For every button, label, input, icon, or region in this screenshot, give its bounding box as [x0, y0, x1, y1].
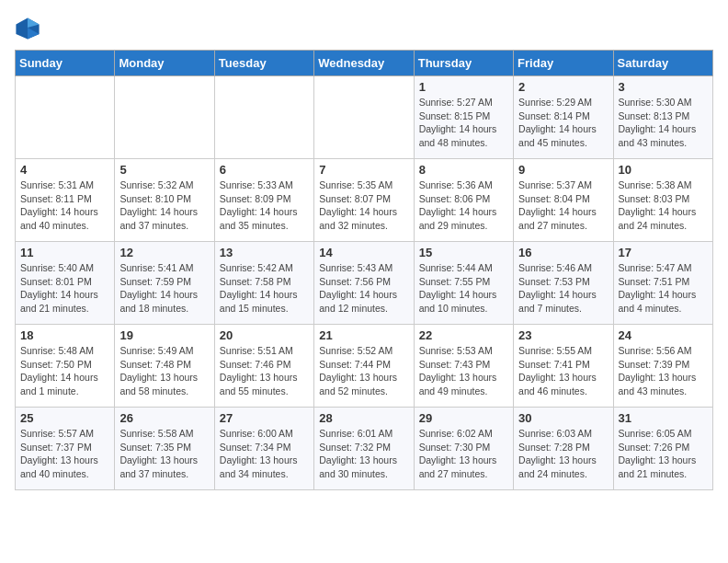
calendar-cell: 2Sunrise: 5:29 AM Sunset: 8:14 PM Daylig… [514, 76, 613, 159]
day-header-tuesday: Tuesday [214, 51, 313, 76]
day-number: 4 [20, 163, 109, 177]
day-number: 10 [619, 163, 708, 177]
calendar-cell [115, 76, 214, 159]
day-info: Sunrise: 5:32 AM Sunset: 8:10 PM Dayligh… [119, 178, 209, 233]
day-number: 26 [119, 411, 209, 425]
calendar-cell [16, 76, 115, 159]
day-number: 20 [220, 328, 309, 342]
day-info: Sunrise: 6:00 AM Sunset: 7:34 PM Dayligh… [220, 427, 309, 481]
day-number: 9 [518, 163, 608, 177]
day-info: Sunrise: 6:03 AM Sunset: 7:28 PM Dayligh… [518, 427, 608, 481]
day-number: 8 [419, 163, 508, 177]
day-header-saturday: Saturday [613, 51, 712, 76]
calendar-cell: 23Sunrise: 5:55 AM Sunset: 7:41 PM Dayli… [514, 325, 613, 408]
day-info: Sunrise: 5:53 AM Sunset: 7:43 PM Dayligh… [419, 344, 508, 398]
day-number: 24 [619, 328, 708, 342]
calendar-cell: 1Sunrise: 5:27 AM Sunset: 8:15 PM Daylig… [414, 76, 513, 159]
day-number: 1 [419, 80, 508, 94]
calendar-cell: 6Sunrise: 5:33 AM Sunset: 8:09 PM Daylig… [214, 159, 313, 242]
day-info: Sunrise: 5:58 AM Sunset: 7:35 PM Dayligh… [119, 427, 209, 481]
calendar-cell: 17Sunrise: 5:47 AM Sunset: 7:51 PM Dayli… [613, 242, 712, 325]
day-info: Sunrise: 5:40 AM Sunset: 8:01 PM Dayligh… [20, 261, 109, 316]
day-number: 5 [119, 163, 209, 177]
day-info: Sunrise: 5:48 AM Sunset: 7:50 PM Dayligh… [20, 344, 109, 398]
day-number: 13 [220, 246, 309, 259]
day-number: 16 [518, 246, 608, 259]
logo-icon [15, 15, 40, 40]
day-header-monday: Monday [115, 51, 214, 76]
calendar-cell [214, 76, 313, 159]
day-info: Sunrise: 5:33 AM Sunset: 8:09 PM Dayligh… [220, 178, 309, 233]
calendar-cell: 22Sunrise: 5:53 AM Sunset: 7:43 PM Dayli… [414, 325, 513, 408]
calendar-cell: 19Sunrise: 5:49 AM Sunset: 7:48 PM Dayli… [115, 325, 214, 408]
calendar-cell: 9Sunrise: 5:37 AM Sunset: 8:04 PM Daylig… [514, 159, 613, 242]
day-number: 22 [419, 328, 508, 342]
page-header [15, 15, 713, 40]
day-number: 12 [119, 246, 209, 259]
day-info: Sunrise: 6:01 AM Sunset: 7:32 PM Dayligh… [319, 427, 408, 481]
day-info: Sunrise: 5:31 AM Sunset: 8:11 PM Dayligh… [20, 178, 109, 233]
calendar-cell: 28Sunrise: 6:01 AM Sunset: 7:32 PM Dayli… [314, 408, 414, 490]
day-info: Sunrise: 5:47 AM Sunset: 7:51 PM Dayligh… [619, 261, 708, 316]
day-number: 28 [319, 411, 408, 425]
day-info: Sunrise: 5:41 AM Sunset: 7:59 PM Dayligh… [119, 261, 209, 316]
calendar-cell: 24Sunrise: 5:56 AM Sunset: 7:39 PM Dayli… [613, 325, 712, 408]
calendar-cell: 30Sunrise: 6:03 AM Sunset: 7:28 PM Dayli… [514, 408, 613, 490]
calendar-cell: 29Sunrise: 6:02 AM Sunset: 7:30 PM Dayli… [414, 408, 513, 490]
calendar-cell: 13Sunrise: 5:42 AM Sunset: 7:58 PM Dayli… [214, 242, 313, 325]
day-info: Sunrise: 5:52 AM Sunset: 7:44 PM Dayligh… [319, 344, 408, 398]
day-info: Sunrise: 6:02 AM Sunset: 7:30 PM Dayligh… [419, 427, 508, 481]
day-number: 31 [619, 411, 708, 425]
day-header-friday: Friday [514, 51, 613, 76]
day-number: 15 [419, 246, 508, 259]
calendar-cell: 12Sunrise: 5:41 AM Sunset: 7:59 PM Dayli… [115, 242, 214, 325]
day-info: Sunrise: 5:37 AM Sunset: 8:04 PM Dayligh… [518, 178, 608, 233]
day-info: Sunrise: 5:38 AM Sunset: 8:03 PM Dayligh… [619, 178, 708, 233]
calendar-cell: 20Sunrise: 5:51 AM Sunset: 7:46 PM Dayli… [214, 325, 313, 408]
day-info: Sunrise: 5:44 AM Sunset: 7:55 PM Dayligh… [419, 261, 508, 316]
day-number: 23 [518, 328, 608, 342]
day-header-sunday: Sunday [16, 51, 115, 76]
day-info: Sunrise: 5:51 AM Sunset: 7:46 PM Dayligh… [220, 344, 309, 398]
calendar-cell: 10Sunrise: 5:38 AM Sunset: 8:03 PM Dayli… [613, 159, 712, 242]
day-number: 11 [20, 246, 109, 259]
day-number: 3 [619, 80, 708, 94]
day-number: 17 [619, 246, 708, 259]
day-info: Sunrise: 5:56 AM Sunset: 7:39 PM Dayligh… [619, 344, 708, 398]
day-info: Sunrise: 5:46 AM Sunset: 7:53 PM Dayligh… [518, 261, 608, 316]
day-info: Sunrise: 5:35 AM Sunset: 8:07 PM Dayligh… [319, 178, 408, 233]
calendar-cell: 3Sunrise: 5:30 AM Sunset: 8:13 PM Daylig… [613, 76, 712, 159]
day-number: 21 [319, 328, 408, 342]
calendar-cell: 11Sunrise: 5:40 AM Sunset: 8:01 PM Dayli… [16, 242, 115, 325]
calendar-cell: 16Sunrise: 5:46 AM Sunset: 7:53 PM Dayli… [514, 242, 613, 325]
calendar-cell: 25Sunrise: 5:57 AM Sunset: 7:37 PM Dayli… [16, 408, 115, 490]
calendar-cell: 27Sunrise: 6:00 AM Sunset: 7:34 PM Dayli… [214, 408, 313, 490]
calendar-cell: 18Sunrise: 5:48 AM Sunset: 7:50 PM Dayli… [16, 325, 115, 408]
day-number: 7 [319, 163, 408, 177]
logo [15, 15, 44, 40]
calendar-cell: 15Sunrise: 5:44 AM Sunset: 7:55 PM Dayli… [414, 242, 513, 325]
day-info: Sunrise: 5:57 AM Sunset: 7:37 PM Dayligh… [20, 427, 109, 481]
calendar-cell: 26Sunrise: 5:58 AM Sunset: 7:35 PM Dayli… [115, 408, 214, 490]
calendar-cell: 31Sunrise: 6:05 AM Sunset: 7:26 PM Dayli… [613, 408, 712, 490]
calendar-cell: 8Sunrise: 5:36 AM Sunset: 8:06 PM Daylig… [414, 159, 513, 242]
calendar-table: SundayMondayTuesdayWednesdayThursdayFrid… [15, 50, 713, 490]
calendar-cell: 4Sunrise: 5:31 AM Sunset: 8:11 PM Daylig… [16, 159, 115, 242]
day-number: 25 [20, 411, 109, 425]
calendar-cell: 21Sunrise: 5:52 AM Sunset: 7:44 PM Dayli… [314, 325, 414, 408]
day-info: Sunrise: 5:36 AM Sunset: 8:06 PM Dayligh… [419, 178, 508, 233]
day-header-wednesday: Wednesday [314, 51, 414, 76]
day-info: Sunrise: 5:27 AM Sunset: 8:15 PM Dayligh… [419, 96, 508, 150]
calendar-cell: 14Sunrise: 5:43 AM Sunset: 7:56 PM Dayli… [314, 242, 414, 325]
day-info: Sunrise: 5:55 AM Sunset: 7:41 PM Dayligh… [518, 344, 608, 398]
day-number: 27 [220, 411, 309, 425]
day-number: 2 [518, 80, 608, 94]
day-info: Sunrise: 5:43 AM Sunset: 7:56 PM Dayligh… [319, 261, 408, 316]
day-number: 18 [20, 328, 109, 342]
calendar-cell [314, 76, 414, 159]
day-number: 19 [119, 328, 209, 342]
day-info: Sunrise: 5:30 AM Sunset: 8:13 PM Dayligh… [619, 96, 708, 150]
day-info: Sunrise: 6:05 AM Sunset: 7:26 PM Dayligh… [619, 427, 708, 481]
day-number: 30 [518, 411, 608, 425]
day-number: 6 [220, 163, 309, 177]
